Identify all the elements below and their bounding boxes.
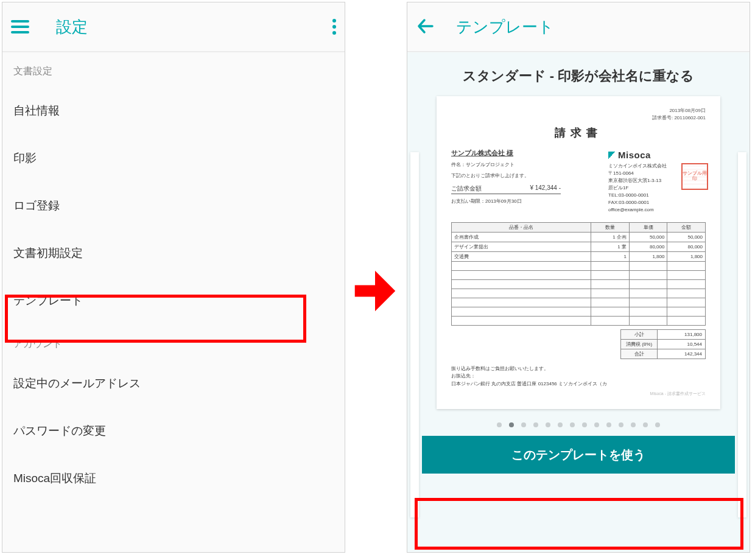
items-col-header: 単価: [629, 222, 667, 232]
item-unit: 50,000: [629, 232, 667, 242]
sender-email: office@example.com: [608, 206, 706, 214]
pager-dot[interactable]: [594, 422, 599, 427]
pager-dot[interactable]: [619, 422, 623, 427]
pager-dot[interactable]: [558, 422, 563, 427]
items-col-header: 品番・品名: [452, 222, 591, 232]
item-amount: 80,000: [667, 242, 706, 251]
pager-dot[interactable]: [631, 422, 636, 427]
sender-logo: Misoca: [608, 149, 706, 163]
table-row-empty: [452, 279, 706, 289]
logo-mark-icon: [608, 152, 616, 159]
back-arrow-icon[interactable]: [416, 18, 434, 36]
item-amount: 1,800: [667, 251, 706, 261]
footer-note: 振り込み手数料はご負担お願いいたします。: [451, 365, 706, 373]
menu-logo[interactable]: ロゴ登録: [2, 182, 345, 229]
invoice-footer: 振り込み手数料はご負担お願いいたします。 お振込先： 日本ジャパン銀行 丸の内支…: [451, 365, 706, 388]
invoice-client: サンプル株式会社 様: [451, 149, 573, 158]
menu-misoca-guarantee[interactable]: Misoca回収保証: [2, 455, 345, 502]
hamburger-icon[interactable]: [11, 20, 29, 33]
settings-toolbar: 設定: [2, 2, 345, 52]
section-label-account: アカウント: [2, 324, 345, 360]
invoice-header-row: サンプル株式会社 様 件名：サンプルプロジェクト 下記のとおりご請求申し上げます…: [451, 149, 706, 214]
template-screen: テンプレート スタンダード - 印影が会社名に重なる 2013年08月09日 請…: [407, 2, 750, 553]
pager-dot[interactable]: [606, 422, 611, 427]
menu-seal[interactable]: 印影: [2, 135, 345, 182]
invoice-meta: 2013年08月09日 請求番号: 20110602-001: [451, 107, 706, 122]
arrow-right-icon: [352, 264, 398, 318]
invoice-subject: 件名：サンプルプロジェクト: [451, 161, 573, 169]
pager-dot[interactable]: [497, 422, 502, 427]
menu-password[interactable]: パスワードの変更: [2, 407, 345, 455]
table-row-empty: [452, 307, 706, 316]
template-pager[interactable]: [407, 422, 750, 427]
invoice-items-table: 品番・品名数量単価金額 企画書作成1 企画50,00050,000デザイン案提出…: [451, 222, 706, 326]
totals-row: 小計131,800: [621, 329, 706, 339]
invoice-intro: 下記のとおりご請求申し上げます。: [451, 172, 573, 180]
table-row-empty: [452, 289, 706, 298]
item-name: 交通費: [452, 251, 591, 261]
item-name: 企画書作成: [452, 232, 591, 242]
pager-dot[interactable]: [570, 422, 575, 427]
item-name: デザイン案提出: [452, 242, 591, 251]
table-row: 企画書作成1 企画50,00050,000: [452, 232, 706, 242]
item-qty: 1 企画: [591, 232, 630, 242]
use-template-button[interactable]: このテンプレートを使う: [422, 436, 735, 474]
table-row-empty: [452, 298, 706, 307]
pager-dot[interactable]: [521, 422, 526, 427]
invoice-sender: Misoca ミソカインボイス株式会社 〒151-0064 東京都渋谷区大濱1-…: [608, 149, 706, 214]
prev-template-peek[interactable]: [410, 152, 419, 517]
pager-dot[interactable]: [582, 422, 587, 427]
table-row-empty: [452, 261, 706, 270]
sender-tel: TEL:03-0000-0001: [608, 192, 706, 199]
template-toolbar: テンプレート: [407, 2, 750, 52]
pager-dot[interactable]: [546, 422, 550, 427]
sender-fax: FAX:03-0000-0001: [608, 199, 706, 206]
invoice-amount: ご請求金額 ¥ 142,344 -: [451, 184, 561, 194]
bank-info: 日本ジャパン銀行 丸の内支店 普通口座 0123456 ミソカインボイス（カ: [451, 380, 706, 388]
template-title: テンプレート: [456, 16, 554, 38]
invoice-date: 2013年08月09日: [451, 107, 706, 114]
current-template-name: スタンダード - 印影が会社名に重なる: [407, 52, 750, 96]
item-unit: 80,000: [629, 242, 667, 251]
totals-row: 消費税 (8%)10,544: [621, 339, 706, 349]
pager-dot[interactable]: [643, 422, 648, 427]
menu-company-info[interactable]: 自社情報: [2, 87, 345, 135]
bank-label: お振込先：: [451, 373, 706, 380]
invoice-brand-foot: Misoca - 請求書作成サービス: [451, 391, 706, 397]
invoice-number: 請求番号: 20110602-001: [451, 114, 706, 122]
items-col-header: 数量: [591, 222, 630, 232]
pager-dot[interactable]: [509, 422, 514, 427]
items-col-header: 金額: [667, 222, 706, 232]
next-template-peek[interactable]: [738, 152, 746, 517]
item-qty: 1 案: [591, 242, 630, 251]
menu-doc-defaults[interactable]: 文書初期設定: [2, 229, 345, 277]
settings-title: 設定: [56, 16, 88, 38]
pager-dot[interactable]: [655, 422, 660, 427]
section-label-document: 文書設定: [2, 52, 345, 87]
pager-dot[interactable]: [533, 422, 538, 427]
invoice-heading: 請求書: [451, 125, 706, 140]
invoice-totals: 小計131,800消費税 (8%)10,544合計142,344: [620, 329, 706, 359]
table-row-empty: [452, 270, 706, 279]
totals-row: 合計142,344: [621, 349, 706, 359]
table-row: 交通費11,8001,800: [452, 251, 706, 261]
menu-template[interactable]: テンプレート: [2, 277, 345, 324]
item-qty: 1: [591, 251, 630, 261]
invoice-due: お支払い期限：2013年09月30日: [451, 198, 573, 205]
menu-email[interactable]: 設定中のメールアドレス: [2, 360, 345, 407]
item-unit: 1,800: [629, 251, 667, 261]
settings-screen: 設定 文書設定 自社情報 印影 ロゴ登録 文書初期設定 テンプレート アカウント…: [2, 2, 345, 553]
template-body: スタンダード - 印影が会社名に重なる 2013年08月09日 請求番号: 20…: [407, 52, 750, 552]
overflow-menu-icon[interactable]: [332, 19, 336, 35]
table-row: デザイン案提出1 案80,00080,000: [452, 242, 706, 251]
template-preview[interactable]: 2013年08月09日 請求番号: 20110602-001 請求書 サンプル株…: [437, 96, 720, 409]
item-amount: 50,000: [667, 232, 706, 242]
table-row-empty: [452, 316, 706, 325]
seal-stamp-icon: サンプル用印: [681, 163, 708, 190]
